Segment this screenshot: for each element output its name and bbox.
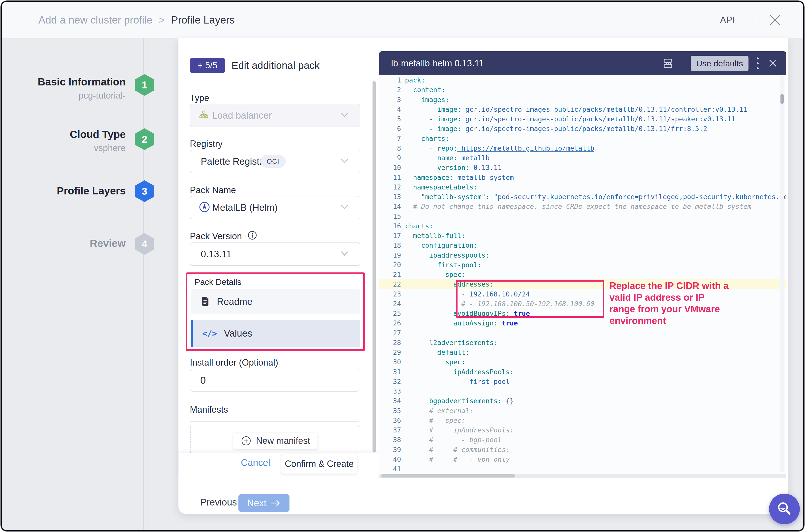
next-label: Next bbox=[247, 498, 267, 509]
pack-name-label: Pack Name bbox=[190, 185, 236, 195]
sidebar-item-profile-layers[interactable]: Profile Layers bbox=[17, 185, 126, 197]
confirm-create-button[interactable]: Confirm & Create bbox=[281, 454, 358, 474]
previous-button[interactable]: Previous bbox=[200, 497, 237, 508]
step-number: 1 bbox=[142, 79, 147, 91]
step-number: 4 bbox=[142, 239, 147, 250]
metallb-icon bbox=[199, 201, 210, 214]
step-label: Review bbox=[17, 238, 126, 249]
code-line: 4 - image: gcr.io/spectro-images-public/… bbox=[379, 104, 786, 114]
code-line: 1pack: bbox=[379, 75, 786, 85]
search-fab[interactable] bbox=[769, 494, 800, 524]
next-button[interactable]: Next bbox=[238, 494, 290, 512]
code-line: 9 name: metallb bbox=[379, 153, 786, 163]
api-button[interactable]: API bbox=[720, 2, 735, 38]
step-hexagon-1[interactable]: 1 bbox=[135, 74, 154, 96]
load-balancer-icon bbox=[199, 110, 209, 121]
stepper-line bbox=[144, 38, 144, 530]
step-sublabel: pcg-tutorial- bbox=[17, 90, 126, 101]
sidebar-item-review[interactable]: Review bbox=[17, 238, 126, 249]
code-line: 18 configuration: bbox=[379, 241, 786, 250]
document-icon bbox=[201, 296, 210, 308]
info-icon[interactable] bbox=[247, 230, 257, 242]
code-line: 32 - first-pool bbox=[379, 377, 786, 386]
chevron-down-icon bbox=[340, 251, 349, 258]
yaml-code-editor[interactable]: 1pack:2 content:3 images:4 - image: gcr.… bbox=[379, 75, 786, 474]
install-order-label: Install order (Optional) bbox=[190, 357, 278, 368]
code-line: 34 bgpadvertisements: {} bbox=[379, 396, 786, 406]
new-manifest-label: New manifest bbox=[256, 436, 310, 446]
chevron-down-icon bbox=[340, 204, 349, 211]
type-value: Load balancer bbox=[212, 104, 272, 127]
close-icon[interactable] bbox=[768, 13, 783, 27]
diff-view-icon[interactable] bbox=[662, 58, 674, 70]
pack-count-badge: + 5/5 bbox=[190, 58, 225, 73]
breadcrumb: Add a new cluster profile>Profile Layers bbox=[38, 2, 235, 38]
code-line: 5 - image: gcr.io/spectro-images-public/… bbox=[379, 114, 786, 124]
footer-divider bbox=[179, 488, 788, 488]
step-hexagon-4[interactable]: 4 bbox=[135, 233, 154, 255]
readme-tab[interactable]: Readme bbox=[191, 289, 360, 314]
step-label: Profile Layers bbox=[17, 185, 126, 197]
editor-vscrollbar-track bbox=[780, 76, 784, 472]
addresses-highlight-box bbox=[456, 280, 604, 318]
values-tab[interactable]: </> Values bbox=[191, 320, 360, 347]
editor-vscrollbar[interactable] bbox=[781, 94, 784, 104]
code-line: 40 # # - vpn-only bbox=[379, 455, 786, 464]
code-line: 31 ipAddressPools: bbox=[379, 367, 786, 377]
code-icon: </> bbox=[202, 329, 217, 338]
code-line: 35 # external: bbox=[379, 406, 786, 416]
values-label: Values bbox=[224, 328, 252, 339]
step-hexagon-3[interactable]: 3 bbox=[135, 180, 154, 202]
code-line: 11 namespace: metallb-system bbox=[379, 173, 786, 182]
registry-select[interactable]: Palette Registry OCI bbox=[190, 150, 360, 173]
arrow-right-icon bbox=[271, 499, 281, 507]
pack-version-select[interactable]: 0.13.11 bbox=[190, 243, 360, 266]
step-number: 2 bbox=[142, 134, 147, 145]
manifests-divider bbox=[190, 421, 359, 422]
header-divider bbox=[757, 10, 757, 31]
sidebar-item-cloud-type[interactable]: Cloud Type vsphere bbox=[17, 129, 126, 153]
pack-name-select[interactable]: MetalLB (Helm) bbox=[190, 196, 360, 219]
screen: Add a new cluster profile>Profile Layers… bbox=[0, 0, 805, 532]
code-line: 21 spec: bbox=[379, 270, 786, 279]
code-line: 39 # # communities: bbox=[379, 445, 786, 455]
form-scrollbar[interactable] bbox=[372, 81, 376, 453]
chevron-down-icon bbox=[340, 158, 349, 165]
code-line: 7 charts: bbox=[379, 134, 786, 144]
app-window: Add a new cluster profile>Profile Layers… bbox=[0, 0, 805, 532]
code-line: 3 images: bbox=[379, 95, 786, 104]
code-line: 16charts: bbox=[379, 221, 786, 231]
use-defaults-button[interactable]: Use defaults bbox=[691, 56, 749, 71]
kebab-menu-icon[interactable] bbox=[756, 56, 760, 72]
registry-value: Palette Registry bbox=[201, 150, 267, 173]
type-label: Type bbox=[190, 93, 209, 103]
install-order-input[interactable] bbox=[190, 369, 359, 392]
code-line: 27 bbox=[379, 328, 786, 338]
editor-title: lb-metallb-helm 0.13.11 bbox=[391, 51, 484, 75]
code-line: 17 metallb-full: bbox=[379, 231, 786, 241]
form-header-divider bbox=[179, 78, 379, 78]
editor-close-icon[interactable] bbox=[767, 58, 778, 70]
annotation-text: Replace the IP CIDR with a valid IP addr… bbox=[609, 280, 768, 327]
new-manifest-button[interactable]: New manifest bbox=[233, 433, 317, 449]
code-line: 12 namespaceLabels: bbox=[379, 182, 786, 192]
type-select[interactable]: Load balancer bbox=[190, 104, 360, 127]
code-line: 2 content: bbox=[379, 85, 786, 95]
form-title: Edit additional pack bbox=[232, 60, 320, 71]
sidebar-item-basic-information[interactable]: Basic Information pcg-tutorial- bbox=[17, 76, 126, 101]
code-line: 33 bbox=[379, 386, 786, 396]
code-line: 13 "metallb-system": "pod-security.kuber… bbox=[379, 192, 786, 202]
code-line: 20 first-pool: bbox=[379, 260, 786, 270]
code-line: 6 - image: gcr.io/spectro-images-public/… bbox=[379, 124, 786, 133]
code-line: 15 bbox=[379, 211, 786, 221]
breadcrumb-root[interactable]: Add a new cluster profile bbox=[38, 14, 152, 26]
code-line: 30 spec: bbox=[379, 357, 786, 367]
pack-version-value: 0.13.11 bbox=[201, 243, 232, 265]
step-number: 3 bbox=[142, 186, 147, 197]
chevron-down-icon bbox=[340, 112, 349, 119]
step-hexagon-2[interactable]: 2 bbox=[135, 128, 154, 150]
editor-hscrollbar[interactable] bbox=[381, 474, 515, 477]
cancel-button[interactable]: Cancel bbox=[241, 457, 270, 468]
pack-details-label: Pack Details bbox=[195, 277, 241, 287]
code-line: 14 # Do not change this namespace, since… bbox=[379, 202, 786, 211]
